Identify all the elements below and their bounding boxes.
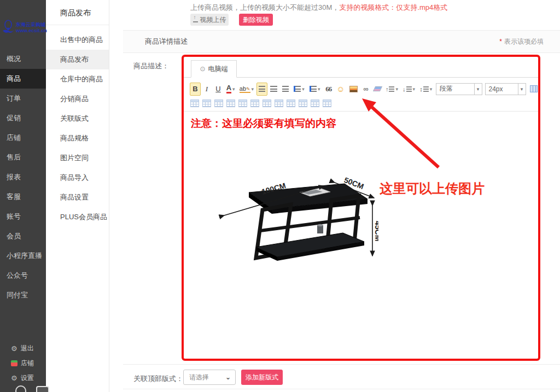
- video-upload-hint: 上传商品视频，上传的视频大小不能超过30M，支持的视频格式：仅支持.mp4格式: [190, 3, 447, 13]
- table-header-icon[interactable]: [311, 100, 319, 107]
- sidebar-item[interactable]: 店铺: [0, 128, 46, 148]
- video-upload-button[interactable]: 视频上传: [190, 14, 229, 26]
- sidebar-item[interactable]: 促销: [0, 108, 46, 128]
- sidebar-item-label: 店铺: [7, 133, 21, 142]
- submenu-item[interactable]: 分销商品: [46, 89, 109, 109]
- submenu-item[interactable]: 仓库中的商品: [46, 69, 109, 89]
- sidebar-item[interactable]: 小程序直播: [0, 246, 46, 266]
- sidebar-item-label: 报表: [7, 173, 21, 181]
- spacing-bottom-button[interactable]: ↓: [400, 83, 417, 96]
- bullet-list-button[interactable]: [291, 83, 307, 96]
- sidebar-item[interactable]: 商品: [0, 69, 46, 89]
- submenu-item-label: 商品设置: [60, 193, 89, 201]
- sidebar-item[interactable]: 客服: [0, 187, 46, 207]
- font-size-select[interactable]: 24px: [485, 83, 526, 95]
- font-color-button[interactable]: A: [224, 83, 237, 96]
- circle-icon[interactable]: [15, 385, 26, 392]
- primary-sidebar: 东海云采购城 www.ecsit.cn 概况 商品 订单 促销: [0, 0, 46, 392]
- sidebar-footer-item[interactable]: 店铺: [0, 356, 46, 371]
- split-cells-icon[interactable]: [299, 100, 307, 107]
- annotation-arrow: [357, 95, 450, 174]
- sidebar-item[interactable]: 账号: [0, 207, 46, 226]
- submenu-item[interactable]: 关联版式: [46, 109, 109, 128]
- sidebar-item[interactable]: 会员: [0, 226, 46, 246]
- paragraph-format-select[interactable]: 段落: [436, 83, 482, 95]
- remove-format-button[interactable]: [372, 83, 383, 96]
- align-left-button[interactable]: [256, 83, 268, 96]
- required-note-text: 表示该项必填: [504, 38, 544, 45]
- sidebar-footer-label: 设置: [21, 373, 34, 383]
- delete-table-icon[interactable]: [190, 100, 199, 107]
- line-height-icon: ↕: [419, 86, 429, 92]
- sidebar-item[interactable]: 订单: [0, 89, 46, 108]
- insert-link-button[interactable]: [360, 83, 371, 96]
- emoji-button[interactable]: [335, 83, 347, 96]
- logo-site: www.ecsit.cn: [16, 28, 47, 34]
- table-props-icon[interactable]: [202, 100, 211, 107]
- align-right-button[interactable]: [280, 83, 291, 96]
- submenu-item[interactable]: 商品规格: [46, 128, 109, 148]
- delete-col-icon[interactable]: [275, 100, 283, 107]
- submenu-header[interactable]: 商品发布: [46, 0, 109, 25]
- table-full-icon[interactable]: [323, 100, 331, 107]
- submenu-item[interactable]: 商品发布: [46, 50, 109, 69]
- logo-title: 东海云采购城: [16, 22, 47, 28]
- chevron-down-icon: [474, 84, 482, 95]
- video-hint-text: 上传商品视频，上传的视频大小不能超过30M，: [190, 3, 339, 11]
- submenu-item[interactable]: 商品导入: [46, 168, 109, 188]
- insert-table-button[interactable]: [528, 83, 540, 96]
- submenu-item-label: 图片空间: [60, 154, 89, 162]
- section-divider: [123, 364, 560, 365]
- insert-row-below-icon[interactable]: [226, 100, 235, 107]
- insert-col-left-icon[interactable]: [238, 100, 247, 107]
- sidebar-item[interactable]: 售后: [0, 148, 46, 167]
- insert-row-above-icon[interactable]: [214, 100, 223, 107]
- emoji-icon: [336, 84, 345, 93]
- numbered-list-button[interactable]: [307, 83, 323, 96]
- monitor-icon: [200, 65, 205, 73]
- sidebar-item-label: 公众号: [7, 271, 28, 279]
- product-image[interactable]: 100CM 50CM 45CM: [208, 164, 378, 278]
- primary-menu: 概况 商品 订单 促销 店铺 售后: [0, 49, 46, 305]
- sidebar-item-label: 概况: [7, 55, 21, 63]
- sidebar-item[interactable]: 同付宝: [0, 285, 46, 305]
- main-content: 上传商品视频，上传的视频大小不能超过30M，支持的视频格式：仅支持.mp4格式 …: [109, 0, 560, 392]
- video-delete-button[interactable]: 删除视频: [239, 14, 273, 26]
- highlight-color-button[interactable]: ab: [237, 83, 255, 96]
- submenu-item[interactable]: 图片空间: [46, 148, 109, 168]
- underline-button[interactable]: U: [213, 83, 224, 96]
- blockquote-button[interactable]: 66: [323, 83, 334, 96]
- layout-select[interactable]: 请选择: [183, 370, 236, 385]
- sidebar-item[interactable]: 报表: [0, 167, 46, 187]
- line-height-button[interactable]: ↕: [418, 83, 434, 96]
- insert-col-right-icon[interactable]: [250, 100, 259, 107]
- insert-image-button[interactable]: [347, 83, 359, 96]
- bold-button[interactable]: B: [190, 83, 201, 96]
- align-center-button[interactable]: [268, 83, 279, 96]
- italic-button[interactable]: I: [201, 83, 212, 96]
- submenu-item[interactable]: PLUS会员商品: [46, 207, 109, 227]
- sidebar-footer-item[interactable]: 设置: [0, 371, 46, 385]
- font-color-icon: A: [226, 84, 231, 93]
- submenu-item-label: 分销商品: [60, 95, 89, 103]
- submenu-item[interactable]: 出售中的商品: [46, 30, 109, 50]
- merge-cells-icon[interactable]: [287, 100, 295, 107]
- spacing-top-button[interactable]: ↑: [383, 83, 400, 96]
- page: 东海云采购城 www.ecsit.cn 概况 商品 订单 促销: [0, 0, 560, 392]
- submenu-item-label: 商品规格: [60, 134, 89, 142]
- square-icon[interactable]: [36, 386, 49, 392]
- add-layout-label: 添加新版式: [246, 373, 278, 382]
- sidebar-footer-item[interactable]: 退出: [0, 341, 46, 356]
- bullet-list-icon: [294, 86, 301, 92]
- tab-pc[interactable]: 电脑端: [191, 60, 237, 78]
- sidebar-item[interactable]: 概况: [0, 49, 46, 69]
- layout-field-label: 关联顶部版式：: [133, 374, 183, 384]
- sidebar-item[interactable]: 公众号: [0, 266, 46, 285]
- submenu-item-label: 商品发布: [60, 55, 89, 63]
- logo[interactable]: 东海云采购城 www.ecsit.cn: [0, 10, 46, 46]
- highlight-icon: ab: [240, 85, 250, 93]
- add-layout-button[interactable]: 添加新版式: [241, 370, 283, 385]
- submenu-item-label: 关联版式: [60, 114, 89, 122]
- delete-row-icon[interactable]: [262, 100, 271, 107]
- submenu-item[interactable]: 商品设置: [46, 188, 109, 207]
